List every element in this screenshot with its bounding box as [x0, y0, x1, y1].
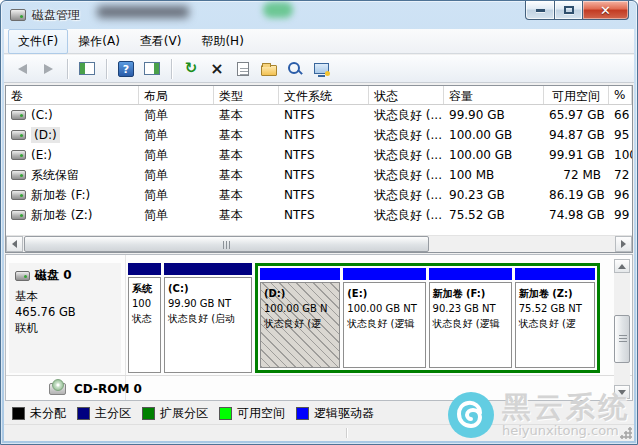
volume-name: 新加卷 (Z:) — [31, 207, 92, 224]
volume-fs: NTFS — [279, 128, 369, 142]
scroll-down-arrow[interactable] — [614, 385, 630, 399]
volume-type: 基本 — [214, 107, 279, 124]
show-action-pane-button[interactable] — [142, 59, 162, 79]
help-button[interactable] — [116, 59, 136, 79]
minimize-button[interactable] — [525, 1, 555, 20]
partition-name: (D:) — [264, 286, 336, 301]
delete-button[interactable] — [207, 59, 227, 79]
disk0-size: 465.76 GB — [15, 304, 115, 320]
volume-fs: NTFS — [279, 188, 369, 202]
cdrom0-row[interactable]: CD-ROM 0 — [9, 378, 142, 400]
partition-status: 状态 — [132, 311, 157, 326]
volume-status: 状态良好 (... — [369, 187, 444, 204]
volume-row-z[interactable]: 新加卷 (Z:) 简单 基本 NTFS 状态良好 (... 75.52 GB 7… — [6, 205, 632, 225]
scroll-down-icon — [618, 390, 626, 395]
resize-grip[interactable] — [620, 427, 632, 439]
partition-status: 状态良好 (逻辑 — [433, 316, 508, 331]
manage-computer-button[interactable] — [311, 59, 331, 79]
disk0-type: 基本 — [15, 288, 115, 304]
volume-row-e[interactable]: (E:) 简单 基本 NTFS 状态良好 (... 100.00 GB 99.9… — [6, 145, 632, 165]
column-header-filesystem[interactable]: 文件系统 — [279, 86, 369, 104]
horizontal-scrollbar[interactable] — [6, 235, 632, 252]
forward-icon — [44, 64, 53, 74]
legend-label: 逻辑驱动器 — [314, 405, 374, 422]
show-console-tree-button[interactable] — [77, 59, 97, 79]
horizontal-scrollbar-thumb[interactable] — [24, 236, 429, 252]
column-header-status[interactable]: 状态 — [369, 86, 444, 104]
maximize-button[interactable] — [555, 1, 583, 20]
close-icon: ✕ — [600, 4, 611, 17]
volume-layout: 简单 — [139, 207, 214, 224]
volume-name: (C:) — [31, 108, 53, 122]
column-header-volume[interactable]: 卷 — [6, 86, 139, 104]
volume-type: 基本 — [214, 127, 279, 144]
volume-list-header: 卷 布局 类型 文件系统 状态 容量 可用空间 % — [6, 86, 632, 105]
volume-row-d[interactable]: (D:) 简单 基本 NTFS 状态良好 (... 100.00 GB 94.8… — [6, 125, 632, 145]
open-button[interactable] — [259, 59, 279, 79]
logical-drive-color-bar — [260, 268, 340, 280]
partition-e[interactable]: (E:) 100.00 GB NT 状态良好 (逻辑 — [343, 268, 425, 368]
partition-system-reserved[interactable]: 系统 100 状态 — [128, 263, 161, 373]
column-header-free-space[interactable]: 可用空间 — [544, 86, 609, 104]
legend-extended-partition: 扩展分区 — [142, 405, 208, 422]
forward-button[interactable] — [38, 59, 58, 79]
disk0-label[interactable]: 磁盘 0 基本 465.76 GB 联机 — [9, 263, 121, 373]
partition-size: 100 — [132, 296, 157, 311]
scroll-up-arrow[interactable] — [614, 259, 630, 273]
menu-file[interactable]: 文件(F) — [8, 29, 68, 54]
volume-row-f[interactable]: 新加卷 (F:) 简单 基本 NTFS 状态良好 (... 90.23 GB 8… — [6, 185, 632, 205]
volume-fs: NTFS — [279, 108, 369, 122]
primary-partition-swatch — [77, 407, 90, 420]
open-folder-icon — [261, 65, 277, 76]
legend-primary-partition: 主分区 — [77, 405, 131, 422]
scroll-left-icon — [12, 240, 17, 248]
partition-z[interactable]: 新加卷 (Z:) 75.52 GB NT 状态良好 (逻 — [515, 268, 595, 368]
back-button[interactable] — [12, 59, 32, 79]
extended-partition-swatch — [142, 407, 155, 420]
volume-capacity: 100 MB — [444, 168, 544, 182]
volume-fs: NTFS — [279, 168, 369, 182]
volume-icon — [11, 170, 26, 180]
close-button[interactable]: ✕ — [583, 1, 629, 20]
cdrom0-name: CD-ROM 0 — [74, 382, 142, 396]
vertical-scrollbar[interactable] — [614, 259, 630, 399]
disk0-status: 联机 — [15, 320, 115, 336]
partition-size: 100.00 GB NT — [347, 301, 421, 316]
volume-row-c[interactable]: (C:) 简单 基本 NTFS 状态良好 (... 99.90 GB 65.97… — [6, 105, 632, 125]
volume-type: 基本 — [214, 187, 279, 204]
maximize-icon — [564, 6, 574, 14]
search-icon — [287, 61, 303, 77]
cdrom-icon — [49, 383, 66, 395]
volume-list-pane: 卷 布局 类型 文件系统 状态 容量 可用空间 % (C:) 简单 基本 NTF… — [5, 85, 633, 253]
volume-type: 基本 — [214, 147, 279, 164]
volume-status: 状态良好 (... — [369, 107, 444, 124]
properties-button[interactable] — [233, 59, 253, 79]
partition-status: 状态良好 (启动 — [168, 311, 248, 326]
column-header-percent[interactable]: % — [609, 86, 632, 104]
search-button[interactable] — [285, 59, 305, 79]
menu-bar: 文件(F) 操作(A) 查看(V) 帮助(H) — [4, 29, 634, 54]
scroll-left-arrow[interactable] — [6, 236, 23, 252]
disk-management-app-icon — [10, 9, 26, 21]
volume-free: 74.98 GB — [544, 208, 609, 222]
menu-help[interactable]: 帮助(H) — [191, 29, 253, 54]
column-header-type[interactable]: 类型 — [214, 86, 279, 104]
column-header-layout[interactable]: 布局 — [139, 86, 214, 104]
disk-management-window: 磁盘管理 ✕ 文件(F) 操作(A) 查看(V) 帮助(H) — [0, 0, 638, 445]
menu-action[interactable]: 操作(A) — [68, 29, 130, 54]
volume-layout: 简单 — [139, 167, 214, 184]
partition-size: 90.23 GB NT — [433, 301, 508, 316]
partition-d-selected[interactable]: (D:) 100.00 GB N 状态良好 (逻 — [260, 268, 340, 368]
vertical-scrollbar-thumb[interactable] — [614, 315, 630, 363]
refresh-button[interactable] — [181, 59, 201, 79]
column-header-capacity[interactable]: 容量 — [444, 86, 544, 104]
partition-f[interactable]: 新加卷 (F:) 90.23 GB NT 状态良好 (逻辑 — [429, 268, 512, 368]
volume-layout: 简单 — [139, 127, 214, 144]
menu-view[interactable]: 查看(V) — [130, 29, 192, 54]
disk-icon — [15, 271, 30, 281]
partition-status: 状态良好 (逻辑 — [347, 316, 421, 331]
volume-row-system-reserved[interactable]: 系统保留 简单 基本 NTFS 状态良好 (... 100 MB 72 MB 7… — [6, 165, 632, 185]
partition-c[interactable]: (C:) 99.90 GB NT 状态良好 (启动 — [164, 263, 252, 373]
scroll-right-arrow[interactable] — [615, 236, 632, 252]
partition-size: 75.52 GB NT — [519, 301, 591, 316]
